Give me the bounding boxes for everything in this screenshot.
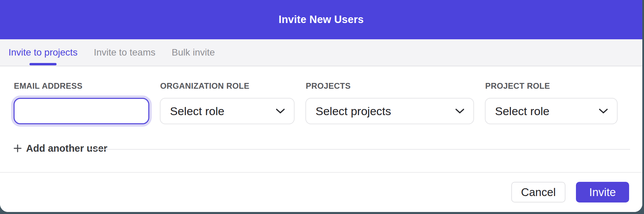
dialog-header: Invite New Users (0, 0, 642, 39)
cancel-button[interactable]: Cancel (511, 182, 565, 202)
invite-dialog: Invite New Users Invite to projects Invi… (0, 0, 642, 212)
email-field-group: EMAIL ADDRESS (14, 66, 149, 172)
tab-bar: Invite to projects Invite to teams Bulk … (0, 39, 642, 66)
add-another-user-label: Add another user (26, 143, 107, 154)
tab-bulk-invite[interactable]: Bulk invite (172, 39, 215, 66)
tab-label: Invite to teams (94, 47, 155, 58)
organization-role-select[interactable]: Select role (160, 98, 295, 124)
organization-role-field-group: ORGANIZATION ROLE Select role (160, 66, 295, 172)
tab-label: Invite to projects (8, 47, 78, 58)
projects-field-group: PROJECTS Select projects (305, 66, 474, 172)
project-role-field-group: PROJECT ROLE Select role (485, 66, 618, 172)
chevron-down-icon (455, 108, 465, 114)
select-value: Select role (495, 105, 550, 118)
select-value: Select projects (316, 105, 391, 118)
chevron-down-icon (599, 108, 608, 114)
invite-button[interactable]: Invite (576, 182, 629, 202)
email-input[interactable] (14, 98, 149, 124)
tab-invite-to-teams[interactable]: Invite to teams (94, 39, 155, 66)
divider-line (89, 149, 630, 150)
add-another-user-button[interactable]: Add another user (14, 142, 107, 154)
select-value: Select role (170, 105, 224, 118)
chevron-down-icon (276, 108, 285, 114)
plus-icon (14, 144, 22, 152)
dialog-footer: Cancel Invite (0, 173, 642, 212)
projects-select[interactable]: Select projects (305, 98, 474, 124)
tab-invite-to-projects[interactable]: Invite to projects (8, 39, 78, 66)
email-address-label: EMAIL ADDRESS (14, 81, 83, 91)
organization-role-label: ORGANIZATION ROLE (160, 81, 250, 91)
project-role-label: PROJECT ROLE (485, 81, 550, 91)
project-role-select[interactable]: Select role (485, 98, 618, 124)
dialog-title: Invite New Users (279, 14, 364, 26)
tab-label: Bulk invite (172, 47, 215, 58)
invite-form: EMAIL ADDRESS ORGANIZATION ROLE Select r… (0, 66, 642, 172)
projects-label: PROJECTS (306, 81, 351, 91)
